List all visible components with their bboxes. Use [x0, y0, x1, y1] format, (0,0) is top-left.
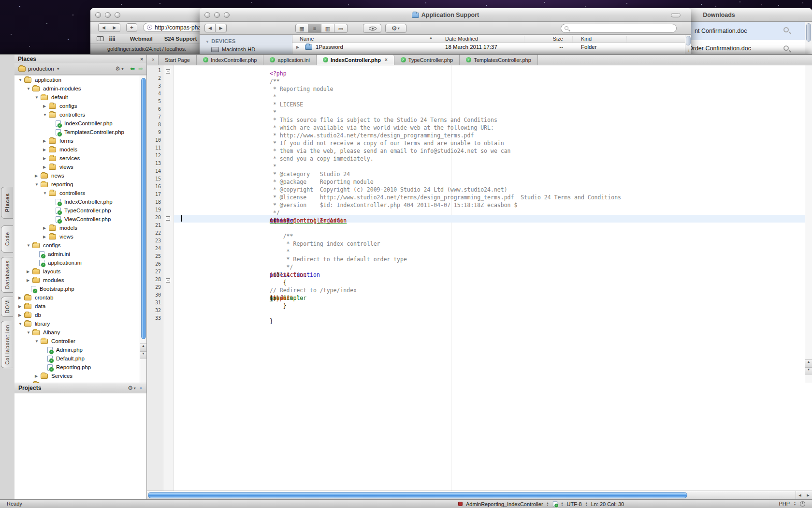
- scroll-up-icon[interactable]: [140, 344, 146, 351]
- tree-item[interactable]: crontab: [14, 293, 146, 302]
- disclosure-triangle-icon[interactable]: [43, 139, 49, 143]
- scroll-right-icon[interactable]: [804, 491, 812, 499]
- code-line[interactable]: public function indexAction (): [174, 269, 812, 277]
- scroll-down-icon[interactable]: [805, 367, 812, 375]
- code-line[interactable]: $this->_redirector->gotoSimple("index", …: [174, 292, 812, 300]
- tree-item[interactable]: layouts: [14, 267, 146, 276]
- disclosure-triangle-icon[interactable]: [35, 182, 41, 187]
- disclosure-triangle-icon[interactable]: [18, 296, 24, 300]
- code-line[interactable]: }: [174, 300, 812, 308]
- code-line[interactable]: * @license http://www.studio24.net/terms…: [174, 192, 812, 199]
- tree-item[interactable]: Services: [14, 372, 146, 380]
- scroll-up-icon[interactable]: [805, 359, 812, 367]
- tree-item[interactable]: models: [14, 145, 146, 154]
- tree-item[interactable]: library: [14, 319, 146, 328]
- code-line[interactable]: *: [174, 106, 812, 114]
- gear-icon[interactable]: [115, 65, 120, 72]
- reveal-magnifier-icon[interactable]: [783, 45, 789, 51]
- tree-item[interactable]: TemplatesController.php: [14, 128, 146, 136]
- disclosure-triangle-icon[interactable]: [296, 45, 299, 49]
- tree-item[interactable]: admin.ini: [14, 250, 146, 258]
- finder-scrollbar[interactable]: [685, 35, 691, 54]
- devices-section-label[interactable]: ▼DEVICES: [205, 38, 236, 44]
- scroll-down-icon[interactable]: [140, 351, 146, 359]
- stepper-icon[interactable]: [561, 502, 564, 507]
- finder-column-header[interactable]: Name: [300, 36, 314, 42]
- disclosure-triangle-icon[interactable]: [43, 191, 49, 195]
- disclosure-triangle-icon[interactable]: [27, 278, 32, 283]
- code-line[interactable]: [174, 308, 812, 315]
- code-line[interactable]: * which are available via the world-wide…: [174, 122, 812, 130]
- finder-column-header[interactable]: Size: [536, 36, 563, 42]
- tree-item[interactable]: TypeController.php: [14, 206, 146, 215]
- tree-item[interactable]: application.ini: [14, 258, 146, 267]
- scroll-left-icon[interactable]: [796, 491, 804, 499]
- code-line[interactable]: * @category Studio 24: [174, 168, 812, 176]
- finder-scrollbar-thumb[interactable]: [686, 36, 691, 45]
- list-view-button[interactable]: [308, 24, 321, 33]
- tree-item[interactable]: services: [14, 154, 146, 163]
- editor-vscrollbar[interactable]: [805, 65, 812, 383]
- code-line[interactable]: {: [174, 277, 812, 284]
- encoding-field[interactable]: UTF-8: [567, 501, 582, 507]
- close-tab-icon[interactable]: [385, 57, 388, 62]
- code-line[interactable]: * send you a copy immediately.: [174, 153, 812, 161]
- code-line[interactable]: }: [174, 315, 812, 323]
- disclosure-triangle-icon[interactable]: [43, 113, 49, 117]
- tree-item[interactable]: views: [14, 163, 146, 171]
- tree-item[interactable]: Admin.php: [14, 345, 146, 354]
- downloads-scrollbar[interactable]: [805, 22, 812, 54]
- disclosure-triangle-icon[interactable]: [43, 104, 49, 108]
- tree-item[interactable]: Controller: [14, 337, 146, 345]
- code-line[interactable]: * @version $Id: IndexController.php 404 …: [174, 199, 812, 207]
- disclosure-triangle-icon[interactable]: [43, 156, 49, 161]
- tree-item[interactable]: application: [14, 75, 146, 84]
- fold-toggle-icon[interactable]: [166, 69, 170, 74]
- editor-tab[interactable]: TemplatesController.php: [460, 55, 538, 65]
- tree-item[interactable]: configs: [14, 102, 146, 110]
- close-button[interactable]: [95, 12, 101, 18]
- side-tab-places[interactable]: Places: [1, 187, 13, 219]
- code-line[interactable]: * Reporting index controller: [174, 238, 812, 246]
- disclosure-triangle-icon[interactable]: [18, 304, 24, 309]
- forward-button[interactable]: ▶: [216, 24, 227, 32]
- stepper-icon[interactable]: [585, 502, 588, 507]
- code-line[interactable]: /**: [174, 230, 812, 238]
- code-line[interactable]: * them via the web, please send an email…: [174, 145, 812, 153]
- disclosure-triangle-icon[interactable]: [43, 165, 49, 169]
- finder-column-header[interactable]: Kind: [581, 36, 592, 42]
- bookmark-item[interactable]: Webmail: [130, 36, 153, 42]
- disclosure-triangle-icon[interactable]: [27, 269, 32, 274]
- toolbar-toggle-button[interactable]: [671, 13, 681, 17]
- tree-item[interactable]: controllers: [14, 110, 146, 119]
- fold-toggle-icon[interactable]: [166, 278, 170, 283]
- finder-titlebar[interactable]: Application Support: [200, 8, 691, 22]
- code-line[interactable]: <?php: [174, 68, 812, 75]
- tree-item[interactable]: data: [14, 302, 146, 311]
- disclosure-triangle-icon[interactable]: [27, 243, 32, 248]
- code-line[interactable]: */: [174, 207, 812, 215]
- icon-view-button[interactable]: [295, 24, 308, 33]
- coverflow-view-button[interactable]: [334, 24, 348, 33]
- disclosure-triangle-icon[interactable]: [35, 95, 41, 100]
- editor-tab[interactable]: TypeController.php: [394, 55, 460, 65]
- editor-tab[interactable]: IndexController.php: [317, 55, 394, 65]
- disclosure-triangle-icon[interactable]: [18, 313, 24, 317]
- disclosure-triangle-icon[interactable]: [27, 330, 32, 335]
- code-line[interactable]: * LICENSE: [174, 99, 812, 106]
- search-input[interactable]: [561, 24, 677, 33]
- disclosure-triangle-icon[interactable]: [43, 226, 49, 230]
- tree-item[interactable]: views: [14, 232, 146, 241]
- side-tab-dom[interactable]: DOM: [1, 297, 13, 317]
- new-tab-button[interactable]: +: [126, 23, 137, 32]
- code-line[interactable]: /**: [174, 75, 812, 83]
- tree-item[interactable]: news: [14, 171, 146, 180]
- disclosure-triangle-icon[interactable]: ▼: [205, 40, 209, 44]
- tree-item[interactable]: Default.php: [14, 354, 146, 363]
- tree-item[interactable]: Albany: [14, 328, 146, 337]
- code-line[interactable]: class AdminReporting_IndexController ext…: [174, 215, 812, 223]
- finder-row[interactable]: 1Password18 March 2011 17:37--Folder: [292, 43, 691, 52]
- code-line[interactable]: * Reporting module: [174, 83, 812, 91]
- tree-item[interactable]: default: [14, 93, 146, 102]
- side-tab-databases[interactable]: Databases: [1, 257, 13, 293]
